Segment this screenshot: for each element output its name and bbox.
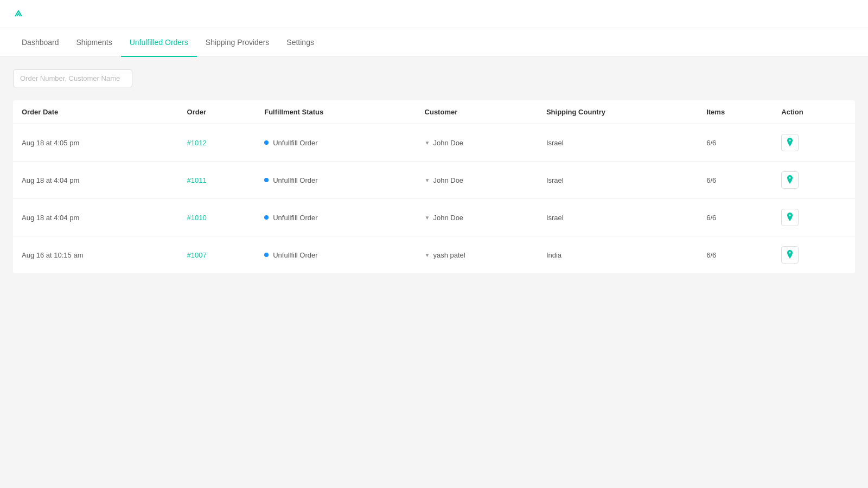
cell-shipping-country: Israel [538, 199, 698, 236]
cell-fulfillment-status: Unfullfill Order [256, 124, 416, 162]
col-header-order-date: Order Date [13, 100, 178, 124]
nav-item-settings[interactable]: Settings [278, 29, 323, 57]
cell-order-date: Aug 16 at 10:15 am [13, 236, 178, 274]
cell-order[interactable]: #1012 [178, 124, 256, 162]
cell-action [773, 124, 855, 162]
col-header-order: Order [178, 100, 256, 124]
status-label: Unfullfill Order [273, 176, 317, 184]
status-dot [264, 178, 269, 182]
orders-table-container: Order Date Order Fulfillment Status Cust… [13, 100, 855, 273]
order-link[interactable]: #1007 [187, 251, 207, 259]
cell-fulfillment-status: Unfullfill Order [256, 162, 416, 199]
cell-items: 6/6 [698, 124, 773, 162]
cell-action [773, 236, 855, 274]
cell-order[interactable]: #1007 [178, 236, 256, 274]
nav-item-dashboard[interactable]: Dashboard [13, 29, 68, 57]
nav-item-shipping-providers[interactable]: Shipping Providers [197, 29, 278, 57]
col-header-items: Items [698, 100, 773, 124]
search-input[interactable] [13, 69, 132, 87]
cell-shipping-country: India [538, 236, 698, 274]
cell-customer: ▼ John Doe [416, 124, 538, 162]
customer-dropdown-icon[interactable]: ▼ [425, 177, 430, 183]
nav-item-shipments[interactable]: Shipments [68, 29, 121, 57]
table-row: Aug 18 at 4:04 pm #1011 Unfullfill Order… [13, 162, 855, 199]
col-header-shipping-country: Shipping Country [538, 100, 698, 124]
cell-shipping-country: Israel [538, 124, 698, 162]
location-pin-icon [786, 250, 794, 260]
cell-customer: ▼ yash patel [416, 236, 538, 274]
cell-customer: ▼ John Doe [416, 162, 538, 199]
status-label: Unfullfill Order [273, 251, 317, 259]
cell-customer: ▼ John Doe [416, 199, 538, 236]
customer-name: John Doe [433, 139, 463, 147]
action-button[interactable] [781, 134, 799, 151]
cell-order[interactable]: #1010 [178, 199, 256, 236]
cell-order-date: Aug 18 at 4:04 pm [13, 162, 178, 199]
customer-dropdown-icon[interactable]: ▼ [425, 215, 430, 221]
orders-table: Order Date Order Fulfillment Status Cust… [13, 100, 855, 273]
table-row: Aug 16 at 10:15 am #1007 Unfullfill Orde… [13, 236, 855, 274]
cell-items: 6/6 [698, 162, 773, 199]
cell-action [773, 199, 855, 236]
cell-order[interactable]: #1011 [178, 162, 256, 199]
search-container [13, 69, 855, 87]
customer-name: yash patel [433, 251, 465, 259]
table-header-row: Order Date Order Fulfillment Status Cust… [13, 100, 855, 124]
cell-shipping-country: Israel [538, 162, 698, 199]
main-content: Order Date Order Fulfillment Status Cust… [0, 56, 868, 488]
location-pin-icon [786, 175, 794, 185]
action-button[interactable] [781, 246, 799, 264]
app-header [0, 0, 868, 28]
col-header-action: Action [773, 100, 855, 124]
status-label: Unfullfill Order [273, 214, 317, 222]
cell-fulfillment-status: Unfullfill Order [256, 199, 416, 236]
cell-items: 6/6 [698, 199, 773, 236]
cell-action [773, 162, 855, 199]
action-button[interactable] [781, 209, 799, 226]
status-dot [264, 215, 269, 220]
customer-name: John Doe [433, 176, 463, 184]
nav-item-unfulfilled-orders[interactable]: Unfulfilled Orders [121, 29, 197, 57]
logo-icon [13, 9, 24, 20]
col-header-customer: Customer [416, 100, 538, 124]
main-nav: Dashboard Shipments Unfulfilled Orders S… [0, 28, 868, 56]
status-label: Unfullfill Order [273, 139, 317, 147]
status-dot [264, 253, 269, 257]
logo [13, 9, 28, 20]
table-row: Aug 18 at 4:04 pm #1010 Unfullfill Order… [13, 199, 855, 236]
status-dot [264, 140, 269, 145]
order-link[interactable]: #1011 [187, 176, 207, 184]
customer-dropdown-icon[interactable]: ▼ [425, 140, 430, 146]
order-link[interactable]: #1010 [187, 214, 207, 222]
cell-order-date: Aug 18 at 4:05 pm [13, 124, 178, 162]
location-pin-icon [786, 213, 794, 223]
col-header-fulfillment-status: Fulfillment Status [256, 100, 416, 124]
customer-dropdown-icon[interactable]: ▼ [425, 252, 430, 258]
cell-fulfillment-status: Unfullfill Order [256, 236, 416, 274]
cell-items: 6/6 [698, 236, 773, 274]
order-link[interactable]: #1012 [187, 139, 207, 147]
location-pin-icon [786, 138, 794, 148]
cell-order-date: Aug 18 at 4:04 pm [13, 199, 178, 236]
action-button[interactable] [781, 171, 799, 189]
customer-name: John Doe [433, 214, 463, 222]
table-row: Aug 18 at 4:05 pm #1012 Unfullfill Order… [13, 124, 855, 162]
